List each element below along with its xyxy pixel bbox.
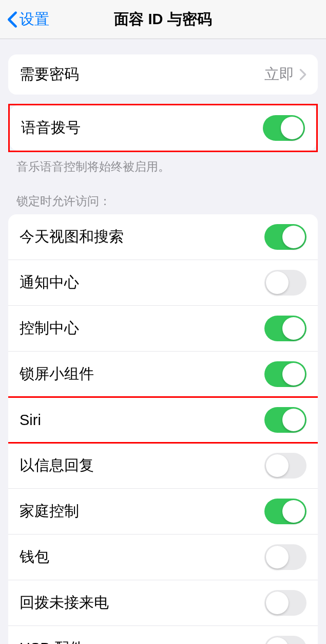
- locked-access-label: 今天视图和搜索: [20, 227, 264, 247]
- locked-access-label: 控制中心: [20, 318, 264, 339]
- locked-access-row[interactable]: 今天视图和搜索: [8, 214, 318, 260]
- voice-dial-row[interactable]: 语音拨号: [10, 105, 316, 151]
- locked-access-toggle[interactable]: [264, 270, 306, 296]
- locked-access-row[interactable]: 控制中心: [8, 306, 318, 352]
- locked-access-label: 以信息回复: [20, 455, 264, 476]
- locked-access-toggle[interactable]: [264, 544, 306, 570]
- voice-dial-toggle[interactable]: [263, 115, 305, 141]
- chevron-left-icon: [7, 11, 17, 28]
- locked-access-row[interactable]: Siri: [8, 397, 318, 443]
- locked-access-label: Siri: [20, 412, 264, 429]
- locked-access-label: 锁屏小组件: [20, 364, 264, 384]
- require-passcode-group: 需要密码 立即: [8, 54, 318, 95]
- chevron-right-icon: [299, 68, 306, 81]
- locked-access-toggle[interactable]: [264, 453, 306, 479]
- locked-access-group: 今天视图和搜索通知中心控制中心锁屏小组件Siri以信息回复家庭控制钱包回拨未接来…: [8, 214, 318, 644]
- locked-access-label: USB 配件: [20, 638, 264, 644]
- voice-dial-footer: 音乐语音控制将始终被启用。: [0, 152, 326, 175]
- locked-access-row[interactable]: 通知中心: [8, 260, 318, 306]
- back-button[interactable]: 设置: [0, 0, 53, 39]
- back-label: 设置: [20, 9, 49, 30]
- locked-access-toggle[interactable]: [264, 636, 306, 644]
- locked-access-row[interactable]: 家庭控制: [8, 489, 318, 535]
- require-passcode-value: 立即: [264, 64, 294, 85]
- voice-dial-label: 语音拨号: [21, 118, 263, 138]
- locked-access-toggle[interactable]: [264, 224, 306, 250]
- locked-access-row[interactable]: 锁屏小组件: [8, 352, 318, 397]
- locked-access-label: 钱包: [20, 547, 264, 567]
- locked-access-row[interactable]: 以信息回复: [8, 443, 318, 489]
- nav-bar: 设置 面容 ID 与密码: [0, 0, 326, 39]
- locked-access-row[interactable]: USB 配件: [8, 626, 318, 644]
- require-passcode-label: 需要密码: [20, 64, 264, 85]
- locked-access-row[interactable]: 钱包: [8, 535, 318, 580]
- locked-access-header: 锁定时允许访问：: [0, 175, 326, 214]
- locked-access-toggle[interactable]: [264, 407, 306, 433]
- locked-access-label: 通知中心: [20, 272, 264, 293]
- highlight-voice-dial: 语音拨号: [8, 104, 318, 152]
- locked-access-toggle[interactable]: [264, 316, 306, 341]
- locked-access-row[interactable]: 回拨未接来电: [8, 580, 318, 626]
- locked-access-label: 回拨未接来电: [20, 593, 264, 613]
- locked-access-toggle[interactable]: [264, 590, 306, 616]
- content: 需要密码 立即 语音拨号 音乐语音控制将始终被启用。 锁定时允许访问： 今天视图…: [0, 54, 326, 644]
- require-passcode-row[interactable]: 需要密码 立即: [8, 54, 318, 95]
- locked-access-label: 家庭控制: [20, 501, 264, 522]
- locked-access-toggle[interactable]: [264, 361, 306, 387]
- locked-access-toggle[interactable]: [264, 499, 306, 524]
- voice-dial-group: 语音拨号: [10, 105, 316, 151]
